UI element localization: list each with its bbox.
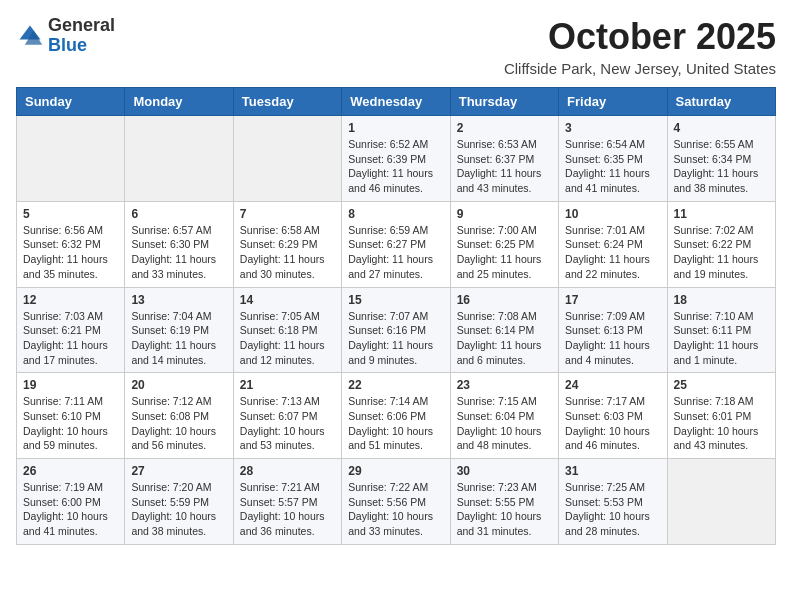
day-info: Sunrise: 7:07 AMSunset: 6:16 PMDaylight:… xyxy=(348,309,443,368)
day-info: Sunrise: 7:11 AMSunset: 6:10 PMDaylight:… xyxy=(23,394,118,453)
day-info: Sunrise: 7:01 AMSunset: 6:24 PMDaylight:… xyxy=(565,223,660,282)
day-info: Sunrise: 7:15 AMSunset: 6:04 PMDaylight:… xyxy=(457,394,552,453)
day-number: 24 xyxy=(565,378,660,392)
day-number: 20 xyxy=(131,378,226,392)
day-number: 27 xyxy=(131,464,226,478)
day-info: Sunrise: 7:18 AMSunset: 6:01 PMDaylight:… xyxy=(674,394,769,453)
calendar-cell xyxy=(125,116,233,202)
calendar-week-1: 1Sunrise: 6:52 AMSunset: 6:39 PMDaylight… xyxy=(17,116,776,202)
calendar-cell: 5Sunrise: 6:56 AMSunset: 6:32 PMDaylight… xyxy=(17,201,125,287)
day-info: Sunrise: 7:12 AMSunset: 6:08 PMDaylight:… xyxy=(131,394,226,453)
day-number: 17 xyxy=(565,293,660,307)
calendar-cell: 9Sunrise: 7:00 AMSunset: 6:25 PMDaylight… xyxy=(450,201,558,287)
day-info: Sunrise: 7:22 AMSunset: 5:56 PMDaylight:… xyxy=(348,480,443,539)
logo-general-text: General xyxy=(48,16,115,36)
calendar-cell: 12Sunrise: 7:03 AMSunset: 6:21 PMDayligh… xyxy=(17,287,125,373)
day-info: Sunrise: 7:00 AMSunset: 6:25 PMDaylight:… xyxy=(457,223,552,282)
day-info: Sunrise: 7:14 AMSunset: 6:06 PMDaylight:… xyxy=(348,394,443,453)
day-number: 1 xyxy=(348,121,443,135)
calendar-cell: 24Sunrise: 7:17 AMSunset: 6:03 PMDayligh… xyxy=(559,373,667,459)
calendar-cell: 25Sunrise: 7:18 AMSunset: 6:01 PMDayligh… xyxy=(667,373,775,459)
day-info: Sunrise: 7:04 AMSunset: 6:19 PMDaylight:… xyxy=(131,309,226,368)
day-number: 9 xyxy=(457,207,552,221)
day-number: 2 xyxy=(457,121,552,135)
calendar-cell: 27Sunrise: 7:20 AMSunset: 5:59 PMDayligh… xyxy=(125,459,233,545)
calendar-cell xyxy=(233,116,341,202)
day-number: 16 xyxy=(457,293,552,307)
location-text: Cliffside Park, New Jersey, United State… xyxy=(504,60,776,77)
day-number: 5 xyxy=(23,207,118,221)
calendar-cell: 30Sunrise: 7:23 AMSunset: 5:55 PMDayligh… xyxy=(450,459,558,545)
day-info: Sunrise: 6:59 AMSunset: 6:27 PMDaylight:… xyxy=(348,223,443,282)
day-info: Sunrise: 6:58 AMSunset: 6:29 PMDaylight:… xyxy=(240,223,335,282)
logo-blue-text: Blue xyxy=(48,36,115,56)
calendar-cell: 2Sunrise: 6:53 AMSunset: 6:37 PMDaylight… xyxy=(450,116,558,202)
day-info: Sunrise: 7:21 AMSunset: 5:57 PMDaylight:… xyxy=(240,480,335,539)
calendar-cell: 14Sunrise: 7:05 AMSunset: 6:18 PMDayligh… xyxy=(233,287,341,373)
calendar-cell: 10Sunrise: 7:01 AMSunset: 6:24 PMDayligh… xyxy=(559,201,667,287)
day-number: 3 xyxy=(565,121,660,135)
day-info: Sunrise: 7:05 AMSunset: 6:18 PMDaylight:… xyxy=(240,309,335,368)
calendar-cell: 11Sunrise: 7:02 AMSunset: 6:22 PMDayligh… xyxy=(667,201,775,287)
day-info: Sunrise: 7:02 AMSunset: 6:22 PMDaylight:… xyxy=(674,223,769,282)
day-info: Sunrise: 7:19 AMSunset: 6:00 PMDaylight:… xyxy=(23,480,118,539)
day-number: 11 xyxy=(674,207,769,221)
calendar-week-5: 26Sunrise: 7:19 AMSunset: 6:00 PMDayligh… xyxy=(17,459,776,545)
day-info: Sunrise: 7:03 AMSunset: 6:21 PMDaylight:… xyxy=(23,309,118,368)
weekday-header-thursday: Thursday xyxy=(450,88,558,116)
day-info: Sunrise: 7:13 AMSunset: 6:07 PMDaylight:… xyxy=(240,394,335,453)
day-info: Sunrise: 7:20 AMSunset: 5:59 PMDaylight:… xyxy=(131,480,226,539)
weekday-header-wednesday: Wednesday xyxy=(342,88,450,116)
calendar-cell: 31Sunrise: 7:25 AMSunset: 5:53 PMDayligh… xyxy=(559,459,667,545)
day-number: 4 xyxy=(674,121,769,135)
logo: General Blue xyxy=(16,16,115,56)
page-header: General Blue October 2025 Cliffside Park… xyxy=(16,16,776,77)
day-number: 28 xyxy=(240,464,335,478)
day-number: 31 xyxy=(565,464,660,478)
day-number: 23 xyxy=(457,378,552,392)
weekday-header-tuesday: Tuesday xyxy=(233,88,341,116)
day-number: 15 xyxy=(348,293,443,307)
day-info: Sunrise: 6:55 AMSunset: 6:34 PMDaylight:… xyxy=(674,137,769,196)
calendar-cell: 13Sunrise: 7:04 AMSunset: 6:19 PMDayligh… xyxy=(125,287,233,373)
calendar-cell: 3Sunrise: 6:54 AMSunset: 6:35 PMDaylight… xyxy=(559,116,667,202)
day-number: 18 xyxy=(674,293,769,307)
weekday-header-saturday: Saturday xyxy=(667,88,775,116)
calendar-cell: 20Sunrise: 7:12 AMSunset: 6:08 PMDayligh… xyxy=(125,373,233,459)
month-title: October 2025 xyxy=(504,16,776,58)
calendar-week-2: 5Sunrise: 6:56 AMSunset: 6:32 PMDaylight… xyxy=(17,201,776,287)
calendar-cell xyxy=(667,459,775,545)
calendar-cell: 21Sunrise: 7:13 AMSunset: 6:07 PMDayligh… xyxy=(233,373,341,459)
day-number: 13 xyxy=(131,293,226,307)
calendar-cell: 17Sunrise: 7:09 AMSunset: 6:13 PMDayligh… xyxy=(559,287,667,373)
day-info: Sunrise: 7:08 AMSunset: 6:14 PMDaylight:… xyxy=(457,309,552,368)
day-info: Sunrise: 6:56 AMSunset: 6:32 PMDaylight:… xyxy=(23,223,118,282)
day-number: 10 xyxy=(565,207,660,221)
day-info: Sunrise: 7:17 AMSunset: 6:03 PMDaylight:… xyxy=(565,394,660,453)
calendar-cell: 18Sunrise: 7:10 AMSunset: 6:11 PMDayligh… xyxy=(667,287,775,373)
calendar-cell: 15Sunrise: 7:07 AMSunset: 6:16 PMDayligh… xyxy=(342,287,450,373)
day-number: 21 xyxy=(240,378,335,392)
calendar-header-row: SundayMondayTuesdayWednesdayThursdayFrid… xyxy=(17,88,776,116)
day-number: 14 xyxy=(240,293,335,307)
day-number: 12 xyxy=(23,293,118,307)
calendar-cell: 29Sunrise: 7:22 AMSunset: 5:56 PMDayligh… xyxy=(342,459,450,545)
calendar-cell: 16Sunrise: 7:08 AMSunset: 6:14 PMDayligh… xyxy=(450,287,558,373)
day-info: Sunrise: 6:57 AMSunset: 6:30 PMDaylight:… xyxy=(131,223,226,282)
weekday-header-sunday: Sunday xyxy=(17,88,125,116)
calendar-cell xyxy=(17,116,125,202)
day-number: 6 xyxy=(131,207,226,221)
calendar-cell: 22Sunrise: 7:14 AMSunset: 6:06 PMDayligh… xyxy=(342,373,450,459)
weekday-header-friday: Friday xyxy=(559,88,667,116)
calendar-table: SundayMondayTuesdayWednesdayThursdayFrid… xyxy=(16,87,776,545)
day-info: Sunrise: 6:54 AMSunset: 6:35 PMDaylight:… xyxy=(565,137,660,196)
calendar-cell: 6Sunrise: 6:57 AMSunset: 6:30 PMDaylight… xyxy=(125,201,233,287)
calendar-week-3: 12Sunrise: 7:03 AMSunset: 6:21 PMDayligh… xyxy=(17,287,776,373)
day-number: 8 xyxy=(348,207,443,221)
day-info: Sunrise: 6:53 AMSunset: 6:37 PMDaylight:… xyxy=(457,137,552,196)
calendar-week-4: 19Sunrise: 7:11 AMSunset: 6:10 PMDayligh… xyxy=(17,373,776,459)
calendar-cell: 19Sunrise: 7:11 AMSunset: 6:10 PMDayligh… xyxy=(17,373,125,459)
weekday-header-monday: Monday xyxy=(125,88,233,116)
title-area: October 2025 Cliffside Park, New Jersey,… xyxy=(504,16,776,77)
day-info: Sunrise: 7:09 AMSunset: 6:13 PMDaylight:… xyxy=(565,309,660,368)
